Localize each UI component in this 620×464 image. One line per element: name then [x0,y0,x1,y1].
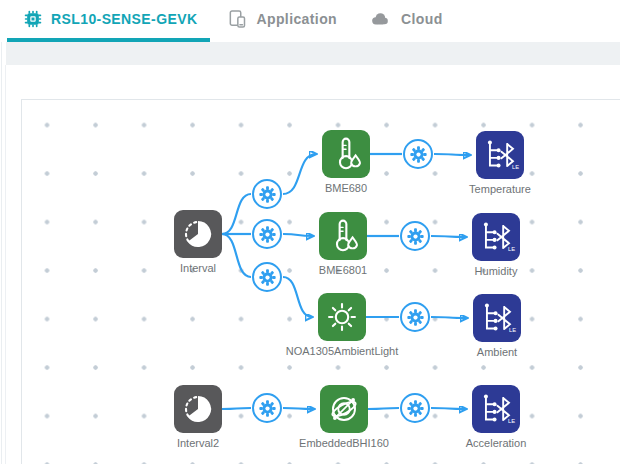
cloud-icon [367,8,392,30]
gear-icon [410,146,427,163]
svg-text:LE: LE [509,327,516,333]
node-interval2[interactable] [174,385,222,433]
edge-bhi160-fn8[interactable] [368,408,399,409]
edge-interval2-fn7[interactable] [222,408,251,409]
edge-interval-fn3[interactable] [222,234,251,277]
node-label-noa1305: NOA1305AmbientLight [286,345,399,357]
node-fn8[interactable] [400,393,430,423]
edge-fn3-noa1305[interactable] [283,277,312,317]
edges-layer [0,0,620,464]
toolbar-strip [6,42,620,65]
node-label-interval: Interval [180,262,216,274]
node-label-bme6801: BME6801 [319,264,367,276]
node-ambient[interactable]: LE [473,294,521,342]
ambient-light-icon [319,294,365,340]
node-fn1[interactable] [252,179,282,209]
left-rail-line [1,42,2,464]
ble-gatt-icon: LE [473,214,519,260]
ble-gatt-icon: LE [474,295,520,341]
node-humidity[interactable]: LE [472,213,520,261]
node-fn7[interactable] [252,393,282,423]
edge-fn5-humidity[interactable] [431,236,466,237]
node-fn2[interactable] [252,219,282,249]
flow-layer: IntervalInterval2BME680BME6801NOA1305Amb… [0,0,620,464]
node-fn5[interactable] [400,221,430,251]
node-label-temperature: Temperature [469,183,531,195]
gear-icon [259,226,276,243]
node-label-interval2: Interval2 [177,437,219,449]
thermometer-humidity-icon [320,213,366,259]
node-fn3[interactable] [252,262,282,292]
node-bhi160[interactable] [320,385,368,433]
svg-text:LE: LE [508,418,515,424]
ide-window: RSL10-SENSE-GEVK Application Cloud [0,0,620,464]
gear-icon [259,269,276,286]
timer-icon [175,211,221,257]
thermometer-humidity-icon [323,131,369,177]
node-label-bhi160: EmbeddedBHI160 [299,437,389,449]
edge-fn6-ambient[interactable] [431,317,467,318]
gyroscope-icon [321,386,367,432]
panel-edge-line [5,65,6,464]
gear-icon [407,309,424,326]
gear-icon [259,186,276,203]
node-fn6[interactable] [400,302,430,332]
devices-icon [227,9,247,29]
svg-text:LE: LE [508,246,515,252]
timer-icon [175,386,221,432]
gear-icon [407,228,424,245]
ble-gatt-icon: LE [473,386,519,432]
tab-rsl10-sense-gevk[interactable]: RSL10-SENSE-GEVK [7,0,210,42]
edge-fn2-bme6801[interactable] [283,234,313,236]
node-label-acceleration: Acceleration [466,437,527,449]
node-acceleration[interactable]: LE [472,385,520,433]
gear-icon [259,400,276,417]
svg-text:LE: LE [512,164,519,170]
edge-fn8-acceleration[interactable] [431,408,466,409]
tab-application[interactable]: Application [210,0,350,42]
node-label-bme680: BME680 [325,182,367,194]
edge-fn1-bme680[interactable] [283,154,316,194]
tab-label: Cloud [401,11,443,27]
node-interval[interactable] [174,210,222,258]
node-noa1305[interactable] [318,293,366,341]
edge-interval-fn1[interactable] [222,194,251,234]
tab-label: Application [256,11,337,27]
node-label-ambient: Ambient [477,346,517,358]
edge-fn7-bhi160[interactable] [283,408,314,409]
ble-gatt-icon: LE [477,132,523,178]
node-temperature[interactable]: LE [476,131,524,179]
edge-fn4-temperature[interactable] [434,154,470,155]
device-tabbar: RSL10-SENSE-GEVK Application Cloud [0,0,620,42]
node-bme680[interactable] [322,130,370,178]
gear-icon [407,400,424,417]
chip-icon [24,10,42,28]
node-bme6801[interactable] [319,212,367,260]
tab-cloud[interactable]: Cloud [350,0,456,42]
tab-label: RSL10-SENSE-GEVK [51,11,197,27]
node-label-humidity: Humidity [475,265,518,277]
node-fn4[interactable] [403,139,433,169]
